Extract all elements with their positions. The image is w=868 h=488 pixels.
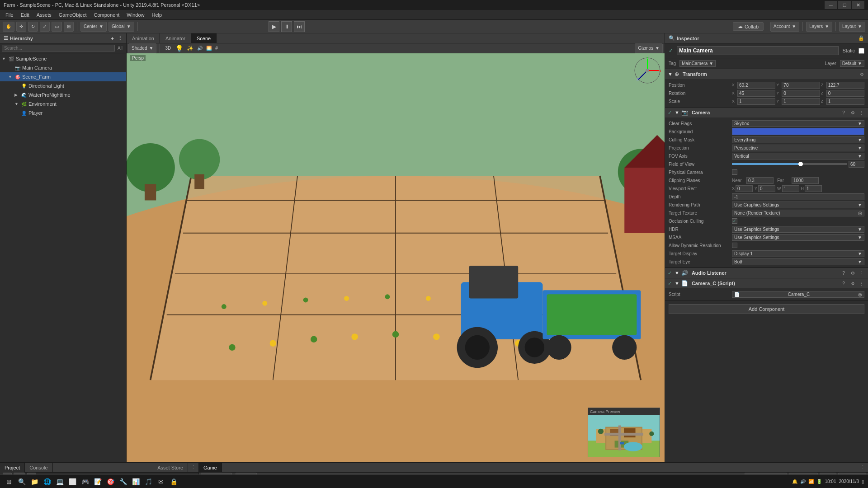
camera-c-settings-icon[interactable]: ⚙ (849, 280, 856, 287)
menu-gameobject[interactable]: GameObject (55, 11, 90, 19)
all-label[interactable]: All (116, 46, 124, 51)
fx-icon[interactable]: ✨ (186, 45, 194, 52)
taskbar-browser[interactable]: 🌐 (42, 476, 52, 487)
clear-flags-dropdown[interactable]: Skybox ▼ (732, 120, 864, 127)
menu-component[interactable]: Component (90, 11, 123, 19)
taskbar-tool3[interactable]: 🎯 (105, 476, 116, 487)
allow-dynamic-checkbox[interactable] (732, 243, 737, 248)
transform-header[interactable]: ▼ ⊕ Transform ⚙ (665, 69, 868, 79)
taskbar-code-editor[interactable]: 💻 (54, 476, 65, 487)
hierarchy-item-samplescene[interactable]: ▼ 🎬 SampleScene (0, 54, 126, 63)
audio-listener-help-icon[interactable]: ? (840, 269, 847, 277)
lighting-icon[interactable]: 💡 (175, 45, 184, 52)
target-display-dropdown[interactable]: Display 1 ▼ (732, 250, 864, 257)
account-dropdown[interactable]: Account ▼ (770, 22, 799, 32)
msaa-dropdown[interactable]: Use Graphics Settings ▼ (732, 234, 864, 241)
culling-mask-dropdown[interactable]: Everything ▼ (732, 136, 864, 143)
tab-game[interactable]: Game (199, 463, 222, 473)
maximize-button[interactable]: □ (838, 1, 851, 9)
move-tool[interactable]: ✛ (16, 22, 26, 32)
vp-h-input[interactable] (805, 185, 822, 192)
camera-settings-icon[interactable]: ⚙ (849, 109, 856, 116)
menu-window[interactable]: Window (123, 11, 148, 19)
step-button[interactable]: ⏭ (294, 21, 305, 32)
taskbar-show-desktop[interactable]: ▯ (862, 479, 864, 484)
taskbar-tool4[interactable]: 🔧 (118, 476, 128, 487)
dimension-label[interactable]: 3D (163, 46, 173, 51)
object-name-input[interactable] (677, 46, 839, 55)
audio-icon[interactable]: 🔊 (196, 46, 203, 51)
depth-input[interactable] (732, 193, 864, 200)
play-button[interactable]: ▶ (269, 21, 279, 32)
gizmos-dropdown[interactable]: Gizmos ▼ (635, 43, 663, 53)
inspector-lock-icon[interactable]: 🔒 (858, 35, 864, 41)
near-input[interactable] (746, 177, 774, 184)
scale-tool[interactable]: ⤢ (40, 22, 50, 32)
layers-dropdown[interactable]: Layers ▼ (806, 22, 832, 32)
rect-tool[interactable]: ▭ (52, 22, 62, 32)
far-input[interactable] (792, 177, 819, 184)
tab-console[interactable]: Console (25, 463, 52, 473)
hierarchy-search[interactable] (2, 45, 115, 52)
script-dropdown[interactable]: 📄 Camera_C ◎ (732, 291, 864, 298)
add-component-button[interactable]: Add Component (669, 304, 864, 314)
hierarchy-item-maincamera[interactable]: 📷 Main Camera (0, 63, 126, 72)
taskbar-tool6[interactable]: 🎵 (143, 476, 154, 487)
rotation-x-input[interactable] (737, 90, 775, 97)
fov-axis-dropdown[interactable]: Vertical ▼ (732, 153, 864, 160)
minimize-button[interactable]: ─ (825, 1, 837, 9)
camera-c-header[interactable]: ✓ ▼ 📄 Camera_C (Script) ? ⚙ ⋮ (665, 278, 868, 288)
menu-edit[interactable]: Edit (17, 11, 33, 19)
hierarchy-item-waterpronight[interactable]: ▶ 🌊 WaterProNighttime (0, 90, 126, 99)
taskbar-network[interactable]: 📶 (808, 479, 814, 484)
hierarchy-item-player[interactable]: 👤 Player (0, 108, 126, 117)
position-x-input[interactable] (737, 82, 775, 89)
rendering-path-dropdown[interactable]: Use Graphics Settings ▼ (732, 202, 864, 208)
tab-asset-store[interactable]: Asset Store (153, 463, 188, 473)
taskbar-tool5[interactable]: 📊 (130, 476, 141, 487)
menu-file[interactable]: File (2, 11, 17, 19)
collab-button[interactable]: ☁ Collab (733, 22, 764, 31)
occlusion-culling-checkbox[interactable]: ✓ (732, 218, 737, 224)
scale-x-input[interactable] (737, 98, 775, 105)
tab-scene[interactable]: Scene (191, 33, 217, 43)
taskbar-notification[interactable]: 🔔 (792, 479, 797, 484)
target-texture-dropdown[interactable]: None (Render Texture) ◎ (732, 210, 864, 216)
static-checkbox[interactable] (859, 48, 864, 54)
space-dropdown[interactable]: Global ▼ (108, 22, 134, 32)
projection-dropdown[interactable]: Perspective ▼ (732, 145, 864, 151)
menu-assets[interactable]: Assets (33, 11, 55, 19)
close-button[interactable]: ✕ (852, 1, 864, 9)
camera-c-menu-icon[interactable]: ⋮ (858, 280, 865, 287)
shading-dropdown[interactable]: Shaded ▼ (128, 43, 156, 53)
scale-z-input[interactable] (826, 98, 864, 105)
tab-animator[interactable]: Animator (160, 33, 191, 43)
vp-y-input[interactable] (758, 185, 775, 192)
physical-camera-checkbox[interactable] (732, 169, 737, 175)
audio-listener-settings-icon[interactable]: ⚙ (849, 269, 856, 277)
position-y-input[interactable] (782, 82, 820, 89)
camera-help-icon[interactable]: ? (840, 109, 847, 116)
layer-dropdown[interactable]: Default ▼ (840, 60, 864, 67)
hierarchy-menu-icon[interactable]: ⋮ (118, 35, 123, 41)
vp-w-input[interactable] (782, 185, 799, 192)
taskbar-search[interactable]: 🔍 (16, 476, 27, 487)
hierarchy-item-scenefarm[interactable]: ▼ 🎯 Scene_Farm (0, 72, 126, 81)
scale-y-input[interactable] (782, 98, 820, 105)
window-controls[interactable]: ─ □ ✕ (825, 1, 864, 9)
taskbar-unity[interactable]: ⬜ (67, 476, 78, 487)
audio-listener-menu-icon[interactable]: ⋮ (858, 269, 865, 277)
camera-menu-icon[interactable]: ⋮ (858, 109, 865, 116)
rotation-y-input[interactable] (782, 90, 820, 97)
taskbar-tool8[interactable]: 🔒 (168, 476, 179, 487)
fov-slider[interactable] (732, 163, 847, 165)
audio-listener-header[interactable]: ✓ ▼ 🔊 Audio Listener ? ⚙ ⋮ (665, 268, 868, 278)
grid-icon[interactable]: # (214, 46, 219, 51)
hierarchy-item-directionallight[interactable]: 💡 Directional Light (0, 81, 126, 90)
camera-header[interactable]: ✓ ▼ 📷 Camera ? ⚙ ⋮ (665, 108, 868, 117)
transform-settings-icon[interactable]: ⚙ (858, 70, 865, 78)
object-active-checkbox[interactable]: ✓ (669, 47, 673, 54)
rotate-tool[interactable]: ↻ (28, 22, 38, 32)
position-z-input[interactable] (826, 82, 864, 89)
camera-c-help-icon[interactable]: ? (840, 280, 847, 287)
